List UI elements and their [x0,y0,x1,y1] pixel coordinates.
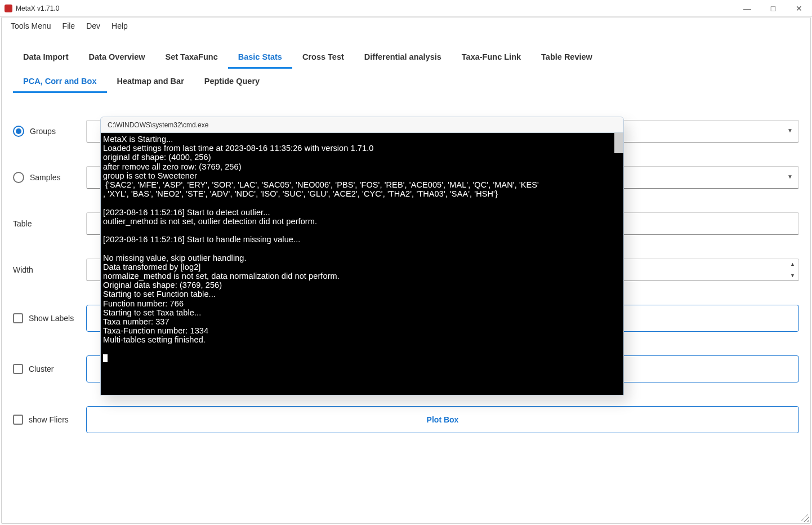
menubar: Tools Menu File Dev Help [2,17,810,34]
show-labels-label: Show Labels [29,314,74,323]
step-up-icon[interactable]: ▲ [790,261,795,267]
subtab-peptide-query[interactable]: Peptide Query [194,71,270,93]
minimize-button[interactable]: — [734,0,760,17]
console-title: C:\WINDOWS\system32\cmd.exe [101,117,623,133]
cluster-label: Cluster [29,364,53,373]
table-label: Table [13,219,32,228]
console-cursor [103,354,108,362]
subtab-pca-corr-box[interactable]: PCA, Corr and Box [13,71,107,93]
tab-data-overview[interactable]: Data Overview [79,47,155,69]
sub-tabs: PCA, Corr and Box Heatmap and Bar Peptid… [13,71,799,93]
tab-differential-analysis[interactable]: Differential analysis [354,47,452,69]
menu-file[interactable]: File [57,19,81,33]
maximize-button[interactable]: □ [760,0,786,17]
console-scrollbar[interactable] [614,133,623,153]
close-button[interactable]: ✕ [786,0,812,17]
menu-help[interactable]: Help [106,19,133,33]
show-labels-checkbox[interactable] [13,313,23,323]
cluster-checkbox[interactable] [13,364,23,374]
samples-radio[interactable] [13,172,24,183]
chevron-down-icon: ▼ [787,127,793,134]
tab-set-taxafunc[interactable]: Set TaxaFunc [155,47,228,69]
console-text: MetaX is Starting... Loaded settings fro… [103,135,539,344]
tab-data-import[interactable]: Data Import [13,47,79,69]
plot-box-button[interactable]: Plot Box [86,406,799,433]
subtab-heatmap-bar[interactable]: Heatmap and Bar [107,71,194,93]
width-label: Width [13,265,33,274]
groups-label: Groups [30,127,56,136]
app-icon [5,5,12,12]
console-window: C:\WINDOWS\system32\cmd.exe MetaX is Sta… [100,117,624,395]
show-fliers-checkbox[interactable] [13,415,23,425]
resize-grip-icon[interactable] [801,514,809,522]
tab-cross-test[interactable]: Cross Test [292,47,354,69]
tab-taxa-func-link[interactable]: Taxa-Func Link [452,47,531,69]
titlebar: MetaX v1.71.0 — □ ✕ [0,0,812,17]
tab-table-review[interactable]: Table Review [531,47,603,69]
console-output[interactable]: MetaX is Starting... Loaded settings fro… [101,133,623,395]
main-tabs: Data Import Data Overview Set TaxaFunc B… [13,47,799,69]
tab-basic-stats[interactable]: Basic Stats [228,47,292,69]
chevron-down-icon: ▼ [787,173,793,180]
groups-radio[interactable] [13,126,24,137]
menu-tools[interactable]: Tools Menu [5,19,57,33]
menu-dev[interactable]: Dev [81,19,106,33]
samples-label: Samples [30,173,60,182]
step-down-icon[interactable]: ▼ [790,273,795,278]
window-title: MetaX v1.71.0 [16,5,734,12]
show-fliers-label: show Fliers [29,415,69,424]
